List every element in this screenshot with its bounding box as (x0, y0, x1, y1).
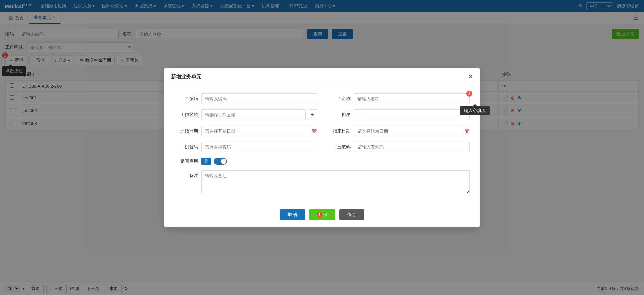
modal-wubi-label: 五笔码 (327, 144, 354, 150)
cancel-button[interactable]: 取消 (280, 209, 305, 220)
modal-title: 新增业务单元 (171, 73, 201, 80)
form-half-wubi: 五笔码 (327, 142, 470, 152)
save-continue-button[interactable]: 3 保 (309, 209, 335, 220)
modal-enddate-label: 结束日期 (327, 128, 354, 134)
modal-name-input[interactable] (354, 93, 470, 104)
modal-workarea-label: 工作区域 (174, 112, 201, 118)
form-half-startdate: 开始日期 📅 (174, 126, 317, 136)
modal-overlay: 新增业务单元 ✕ 编码 名称 2 输入必填项 (0, 0, 644, 282)
form-half-enddate: 结束日期 📅 (327, 126, 470, 136)
modal-startdate-label: 开始日期 (174, 128, 201, 134)
form-row-dates: 开始日期 📅 结束日期 📅 (174, 126, 470, 136)
modal-wubi-input[interactable] (354, 142, 470, 152)
modal-close-button[interactable]: ✕ (468, 73, 473, 80)
modal-name-label: 名称 (327, 96, 354, 102)
workarea-add-button[interactable]: + (308, 109, 317, 120)
step2-badge: 2 (466, 91, 472, 97)
modal-code-label: 编码 (174, 96, 201, 102)
modal-remark-label: 备注 (174, 173, 201, 179)
form-row-enabled: 是否启用 是 (174, 158, 470, 165)
modal-box: 新增业务单元 ✕ 编码 名称 2 输入必填项 (164, 68, 480, 227)
form-half-pinyin: 拼音码 (174, 142, 317, 152)
form-row-workarea: 工作区域 + 排序 (174, 109, 470, 120)
form-row-code-name: 编码 名称 2 输入必填项 (174, 93, 470, 104)
enabled-yes-label: 是 (201, 158, 211, 165)
enabled-toggle[interactable] (214, 158, 227, 165)
modal-sort-label: 排序 (327, 112, 354, 118)
modal-pinyin-label: 拼音码 (174, 144, 201, 150)
modal-enddate-input[interactable] (354, 126, 463, 136)
modal-enabled-label: 是否启用 (174, 158, 201, 164)
modal-footer: 取消 3 保 保存 (164, 205, 480, 227)
step2-container: 2 输入必填项 (354, 93, 470, 104)
modal-code-input[interactable] (201, 93, 317, 104)
step3-badge: 3 (317, 212, 322, 217)
toggle-wrap: 是 (201, 158, 227, 165)
form-half-name: 名称 2 输入必填项 (327, 93, 470, 104)
form-row-remark: 备注 (174, 170, 470, 194)
modal-workarea-input[interactable] (201, 109, 306, 120)
step2-tooltip: 输入必填项 (460, 106, 490, 115)
form-half-sort: 排序 (327, 109, 470, 120)
form-half-code: 编码 (174, 93, 317, 104)
calendar-icon-start[interactable]: 📅 (312, 129, 317, 134)
modal-body: 编码 名称 2 输入必填项 工作区域 (164, 85, 480, 205)
modal-header: 新增业务单元 ✕ (164, 68, 480, 85)
save-button[interactable]: 保存 (339, 209, 364, 220)
form-half-workarea: 工作区域 + (174, 109, 317, 120)
form-row-codes: 拼音码 五笔码 (174, 142, 470, 152)
modal-sort-input[interactable] (354, 109, 470, 120)
modal-remark-textarea[interactable] (201, 170, 470, 194)
modal-startdate-input[interactable] (201, 126, 310, 136)
calendar-icon-end[interactable]: 📅 (464, 129, 470, 134)
modal-pinyin-input[interactable] (201, 142, 317, 152)
workarea-field-wrap: + (201, 109, 317, 120)
